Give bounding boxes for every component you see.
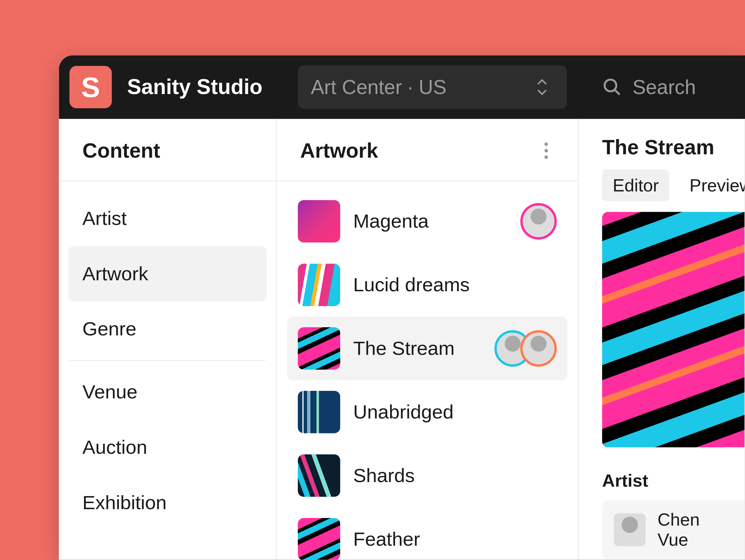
artwork-label: The Stream — [353, 337, 481, 359]
artist-thumb — [614, 513, 646, 546]
artwork-item-shards[interactable]: Shards — [287, 444, 568, 507]
content-item-exhibition[interactable]: Exhibition — [68, 475, 267, 530]
artist-reference[interactable]: Chen Vue — [602, 500, 744, 559]
content-list: Artist Artwork Genre Venue Auction Exhib… — [59, 182, 276, 540]
artwork-list-panel: Artwork Magenta Lucid dreams — [277, 119, 579, 560]
detail-panel: The Stream Editor Preview Artist Chen Vu… — [579, 119, 745, 560]
artwork-label: Feather — [353, 528, 557, 550]
workspace-selector[interactable]: Art Center · US — [298, 65, 566, 109]
more-icon[interactable] — [538, 142, 554, 159]
artwork-list: Magenta Lucid dreams The Stream — [277, 182, 578, 560]
studio-window: S Sanity Studio Art Center · US Search — [59, 55, 745, 560]
content-item-artist[interactable]: Artist — [68, 191, 267, 246]
svg-line-1 — [614, 90, 619, 94]
presence-avatars — [494, 330, 557, 367]
content-header: Content — [59, 119, 276, 182]
app-title: Sanity Studio — [127, 75, 263, 100]
svg-point-0 — [605, 80, 616, 91]
artwork-item-lucid-dreams[interactable]: Lucid dreams — [287, 253, 568, 317]
artwork-item-unabridged[interactable]: Unabridged — [287, 380, 568, 444]
content-item-genre[interactable]: Genre — [68, 301, 267, 357]
artwork-label: Magenta — [353, 210, 507, 232]
search-icon — [602, 77, 622, 97]
artwork-list-title: Artwork — [300, 138, 378, 162]
content-item-artwork[interactable]: Artwork — [68, 246, 267, 301]
detail-header: The Stream Editor Preview — [579, 119, 744, 201]
artwork-label: Lucid dreams — [353, 274, 557, 296]
artwork-label: Unabridged — [353, 401, 557, 423]
panels: Content Artist Artwork Genre Venue Aucti… — [59, 119, 745, 560]
field-label-artist: Artist — [602, 471, 744, 491]
avatar[interactable] — [520, 330, 557, 367]
artwork-item-the-stream[interactable]: The Stream — [287, 317, 568, 380]
content-panel: Content Artist Artwork Genre Venue Aucti… — [59, 119, 277, 560]
artwork-label: Shards — [353, 464, 557, 487]
content-title: Content — [83, 138, 160, 162]
artwork-thumb — [298, 200, 340, 242]
divider — [69, 360, 265, 361]
artwork-hero-image[interactable] — [602, 212, 744, 448]
artwork-item-feather[interactable]: Feather — [287, 507, 568, 560]
content-item-auction[interactable]: Auction — [68, 420, 267, 475]
presence-avatars — [520, 203, 557, 239]
detail-title: The Stream — [602, 135, 721, 159]
tab-editor[interactable]: Editor — [602, 169, 669, 201]
workspace-label: Art Center · US — [311, 76, 447, 99]
search[interactable]: Search — [602, 76, 696, 99]
avatar[interactable] — [520, 203, 557, 239]
titlebar: S Sanity Studio Art Center · US Search — [59, 55, 745, 119]
detail-tabs: Editor Preview — [602, 169, 721, 201]
artwork-item-magenta[interactable]: Magenta — [287, 190, 568, 253]
search-placeholder: Search — [633, 76, 696, 99]
artist-name: Chen Vue — [658, 510, 733, 550]
chevron-up-down-icon — [535, 77, 549, 97]
artwork-thumb — [298, 518, 340, 560]
artwork-thumb — [298, 264, 340, 306]
tab-preview[interactable]: Preview — [679, 169, 745, 201]
artwork-thumb — [298, 454, 340, 497]
artwork-thumb — [298, 391, 340, 433]
sanity-logo: S — [69, 66, 112, 108]
artwork-thumb — [298, 327, 340, 369]
artwork-list-header: Artwork — [277, 119, 578, 182]
content-item-venue[interactable]: Venue — [68, 364, 267, 420]
